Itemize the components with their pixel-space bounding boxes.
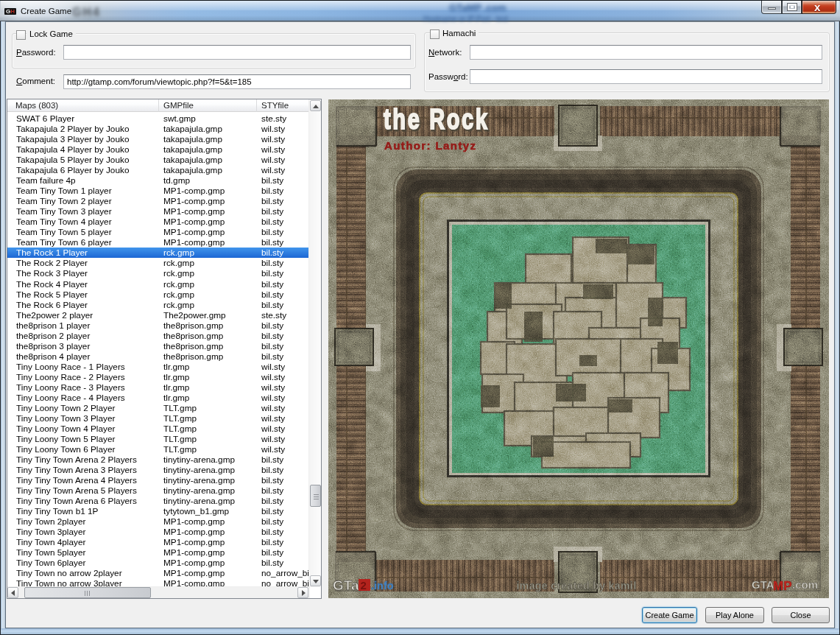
svg-text:the Rock: the Rock (384, 103, 490, 135)
svg-text:GTA: GTA (752, 578, 774, 591)
svg-text:image created by kamil: image created by kamil (517, 580, 637, 592)
svg-text:.com: .com (792, 578, 818, 591)
svg-text:Author: Lantyz: Author: Lantyz (384, 139, 476, 152)
svg-text:GTa: GTa (333, 578, 359, 593)
svg-text:.info: .info (371, 580, 394, 592)
svg-text:MP: MP (773, 579, 792, 593)
svg-text:2: 2 (361, 579, 367, 592)
